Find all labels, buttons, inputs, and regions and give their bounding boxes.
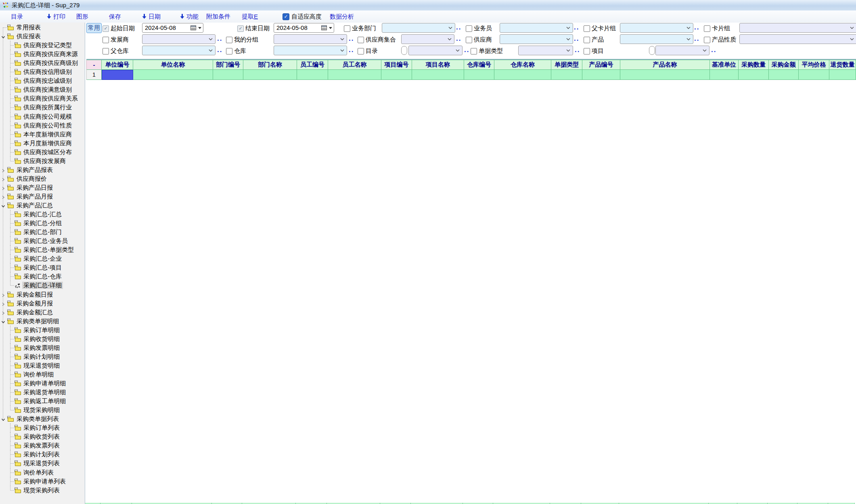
tree-item[interactable]: 本年度新增供应商: [0, 130, 84, 139]
combo-select[interactable]: [500, 34, 573, 44]
more-options-button[interactable]: ..: [574, 25, 579, 30]
chevron-down-icon[interactable]: [1, 416, 6, 421]
grid-cell[interactable]: [799, 70, 829, 80]
menu-item[interactable]: 保存: [109, 10, 121, 23]
checkbox[interactable]: [584, 25, 590, 32]
combo-select[interactable]: [274, 46, 347, 55]
column-header[interactable]: 产品名称: [620, 60, 710, 70]
tree-item[interactable]: 采购订单明细: [0, 326, 84, 335]
column-header[interactable]: 项目编号: [381, 60, 412, 70]
tree-item[interactable]: 采购计划明细: [0, 352, 84, 361]
grid-cell[interactable]: [582, 70, 620, 80]
grid-cell[interactable]: [243, 70, 297, 80]
tree-item[interactable]: 供应商按所属行业: [0, 103, 84, 112]
combo-chevron-icon[interactable]: [456, 49, 460, 52]
more-options-button[interactable]: ..: [349, 36, 354, 42]
tree-item[interactable]: 供应商按公司规模: [0, 112, 84, 121]
checkbox[interactable]: [471, 48, 477, 54]
tree-item[interactable]: 供应商按供应商来源: [0, 50, 84, 59]
tree-item[interactable]: 采购计划列表: [0, 450, 84, 459]
grid-cell[interactable]: [739, 70, 769, 80]
tree-item[interactable]: 采购金额月报: [0, 299, 84, 308]
combo-select[interactable]: [274, 34, 347, 44]
menu-item[interactable]: 提取E: [242, 10, 258, 23]
combo-select[interactable]: [620, 23, 693, 33]
more-options-button[interactable]: ..: [711, 47, 716, 53]
column-header[interactable]: 项目名称: [412, 60, 464, 70]
tree-item[interactable]: 供应商按供应商级别: [0, 59, 84, 67]
combo-chevron-icon[interactable]: [448, 27, 452, 29]
combo-select[interactable]: [382, 23, 455, 33]
chevron-right-icon[interactable]: [1, 185, 6, 190]
tree-item[interactable]: 采购订单列表: [0, 423, 84, 432]
tree-item[interactable]: 采购收货列表: [0, 432, 84, 441]
grid-cell[interactable]: [381, 70, 412, 80]
tree-item[interactable]: 采购返工单明细: [0, 397, 84, 406]
tree-item[interactable]: 现采退货列表: [0, 459, 84, 468]
tree-item[interactable]: 供应商按忠诚级别: [0, 76, 84, 85]
tree-item[interactable]: 采购发票列表: [0, 441, 84, 450]
tree-item[interactable]: 采购汇总-部门: [0, 228, 84, 236]
combo-chevron-icon[interactable]: [703, 49, 707, 52]
calendar-icon[interactable]: [321, 25, 327, 30]
more-options-button[interactable]: ..: [574, 36, 579, 42]
checkbox[interactable]: ✓: [237, 25, 244, 32]
more-options-button[interactable]: ..: [217, 36, 222, 42]
tree-item[interactable]: 现货采购明细: [0, 406, 84, 414]
chevron-right-icon[interactable]: [1, 310, 6, 315]
column-header[interactable]: 基准单位: [710, 60, 739, 70]
grid-cell[interactable]: [328, 70, 381, 80]
combo-chevron-icon[interactable]: [566, 38, 570, 40]
tree-item[interactable]: 采购退货单明细: [0, 388, 84, 397]
combo-chevron-icon[interactable]: [850, 27, 854, 29]
column-header[interactable]: 平均价格: [799, 60, 829, 70]
tree-item[interactable]: 供应商按满意级别: [0, 85, 84, 94]
column-header[interactable]: 单位编号: [102, 60, 133, 70]
combo-chevron-icon[interactable]: [209, 38, 213, 40]
combo-select[interactable]: [500, 23, 573, 33]
combo-select[interactable]: [620, 34, 693, 44]
combo-select[interactable]: [142, 34, 216, 44]
tree-item[interactable]: 供应商按信用级别: [0, 67, 84, 76]
more-options-button[interactable]: ..: [575, 47, 580, 53]
date-input[interactable]: 2024-05-08: [142, 23, 203, 33]
tree-item[interactable]: 采购发票明细: [0, 343, 84, 352]
tree-item[interactable]: 供应报表: [0, 32, 84, 41]
grid-cell[interactable]: [297, 70, 328, 80]
tree-item[interactable]: 采购汇总-仓库: [0, 272, 84, 281]
tree-item[interactable]: 采购汇总-项目: [0, 263, 84, 272]
tree-item[interactable]: 供应商按发展商: [0, 157, 84, 165]
more-options-button[interactable]: ..: [464, 47, 469, 53]
menu-item[interactable]: 目录: [11, 10, 23, 23]
menu-item[interactable]: 打印: [47, 10, 65, 23]
column-header[interactable]: 退货数量: [829, 60, 856, 70]
tree-item[interactable]: 供应商按供应商关系: [0, 94, 84, 103]
grid-cell[interactable]: [102, 70, 133, 80]
tree-item[interactable]: 常用报表: [0, 23, 84, 32]
tree-item[interactable]: 采购金额日报: [0, 290, 84, 299]
grid-cell[interactable]: [551, 70, 582, 80]
small-toggle-button[interactable]: [401, 46, 407, 55]
tree-item[interactable]: 本月度新增供应商: [0, 139, 84, 148]
tree-item[interactable]: 供应商按登记类型: [0, 41, 84, 50]
tree-item[interactable]: 供应商按城区分布: [0, 148, 84, 157]
more-options-button[interactable]: ..: [456, 25, 461, 30]
column-header[interactable]: 单据类型: [551, 60, 582, 70]
checkbox[interactable]: [584, 37, 590, 43]
tree-item[interactable]: 采购汇总-汇总: [0, 210, 84, 219]
checkbox[interactable]: [226, 48, 232, 54]
checkbox[interactable]: [704, 37, 710, 43]
chevron-right-icon[interactable]: [1, 167, 6, 172]
combo-chevron-icon[interactable]: [566, 27, 570, 29]
checkbox[interactable]: [103, 48, 109, 54]
menu-item[interactable]: ✓自适应高度: [283, 10, 322, 23]
combo-select[interactable]: [408, 46, 463, 55]
chevron-down-icon[interactable]: [1, 203, 6, 208]
combo-chevron-icon[interactable]: [566, 49, 570, 52]
small-toggle-button[interactable]: [649, 46, 655, 55]
auto-height-checkbox[interactable]: ✓: [283, 13, 289, 20]
grid-cell[interactable]: [412, 70, 464, 80]
grid-cell[interactable]: [769, 70, 799, 80]
tree-item[interactable]: 采购类单据明细: [0, 317, 84, 326]
chevron-right-icon[interactable]: [1, 301, 6, 306]
